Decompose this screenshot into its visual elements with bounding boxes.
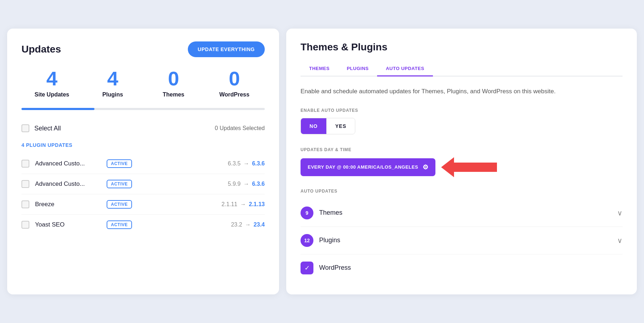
plugin-row: Yoast SEO ACTIVE 23.2 → 23.4	[21, 215, 265, 235]
update-everything-button[interactable]: UPDATE EVERYTHING	[188, 41, 265, 57]
enable-auto-updates-label: ENABLE AUTO UPDATES	[301, 108, 623, 113]
version-from-2: 2.1.11	[221, 201, 237, 208]
plugin-checkbox-1[interactable]	[21, 180, 29, 188]
version-info-3: 23.2 → 23.4	[231, 222, 265, 228]
stat-site-updates: 4 Site Updates	[21, 69, 82, 98]
toggle-no-button[interactable]: NO	[301, 118, 326, 134]
stat-wordpress: 0 WordPress	[204, 69, 265, 98]
themes-plugins-panel: Themes & Plugins THEMES PLUGINS AUTO UPD…	[286, 29, 637, 294]
progress-bar	[21, 108, 94, 110]
auto-update-plugins: 12 Plugins ∨	[301, 227, 623, 254]
themes-chevron-icon[interactable]: ∨	[617, 209, 623, 217]
plugin-checkbox-2[interactable]	[21, 200, 29, 208]
stat-plugins-number: 4	[82, 69, 143, 89]
stat-site-updates-number: 4	[21, 69, 82, 89]
version-to-1: 6.3.6	[252, 181, 265, 187]
version-arrow-1: →	[243, 181, 249, 187]
version-arrow-2: →	[240, 201, 246, 208]
updates-day-time-label: UPDATES DAY & TIME	[301, 147, 623, 152]
auto-updates-toggle[interactable]: NO YES	[301, 118, 355, 134]
version-info-2: 2.1.11 → 2.1.13	[221, 201, 265, 208]
right-panel-title: Themes & Plugins	[301, 41, 623, 53]
main-container: Updates UPDATE EVERYTHING 4 Site Updates…	[7, 29, 637, 294]
version-to-2: 2.1.13	[249, 201, 265, 208]
plugin-checkbox-0[interactable]	[21, 160, 29, 168]
wordpress-check-badge: ✓	[301, 262, 313, 274]
stat-site-updates-label: Site Updates	[21, 91, 82, 98]
stats-row: 4 Site Updates 4 Plugins 0 Themes 0 Word…	[21, 69, 265, 98]
arrow-head	[441, 157, 454, 177]
version-info-1: 5.9.9 → 6.3.6	[228, 181, 265, 187]
stat-themes: 0 Themes	[143, 69, 204, 98]
version-arrow-0: →	[243, 160, 249, 167]
plugin-row: Breeze ACTIVE 2.1.11 → 2.1.13	[21, 194, 265, 215]
version-from-3: 23.2	[231, 222, 242, 228]
stat-plugins: 4 Plugins	[82, 69, 143, 98]
active-badge-0: ACTIVE	[107, 159, 132, 168]
toggle-yes-button[interactable]: YES	[326, 118, 355, 134]
progress-bar-container	[21, 108, 265, 110]
plugin-checkbox-3[interactable]	[21, 221, 29, 229]
active-badge-3: ACTIVE	[107, 220, 132, 229]
plugin-updates-section-title: 4 PLUGIN UPDATES	[21, 142, 265, 148]
plugin-name-0: Advanced Custo...	[35, 160, 107, 167]
stat-themes-number: 0	[143, 69, 204, 89]
plugins-auto-update-name: Plugins	[319, 237, 611, 244]
tab-plugins[interactable]: PLUGINS	[338, 61, 377, 76]
tabs-row: THEMES PLUGINS AUTO UPDATES	[301, 61, 623, 76]
active-badge-2: ACTIVE	[107, 200, 132, 209]
red-arrow-indicator	[441, 157, 497, 177]
wordpress-auto-update-name: WordPress	[319, 264, 623, 272]
auto-update-themes: 9 Themes ∨	[301, 199, 623, 227]
plugins-count-badge: 12	[301, 234, 313, 247]
updates-panel: Updates UPDATE EVERYTHING 4 Site Updates…	[7, 29, 279, 294]
themes-count-badge: 9	[301, 207, 313, 219]
version-from-1: 5.9.9	[228, 181, 241, 187]
tab-auto-updates[interactable]: AUTO UPDATES	[377, 61, 433, 76]
stat-plugins-label: Plugins	[82, 91, 143, 98]
version-from-0: 6.3.5	[228, 160, 241, 167]
version-info-0: 6.3.5 → 6.3.6	[228, 160, 265, 167]
auto-updates-description: Enable and schedule automated updates fo…	[301, 86, 623, 96]
schedule-text: EVERY DAY @ 00:00 AMERICA/LOS_ANGELES	[308, 164, 418, 170]
themes-auto-update-name: Themes	[319, 209, 611, 217]
auto-update-wordpress: ✓ WordPress	[301, 254, 623, 282]
panel-header: Updates UPDATE EVERYTHING	[21, 41, 265, 57]
active-badge-1: ACTIVE	[107, 180, 132, 188]
tab-themes[interactable]: THEMES	[301, 61, 338, 76]
select-all-label: Select All	[34, 125, 61, 132]
gear-icon[interactable]: ⚙	[423, 163, 429, 171]
plugins-chevron-icon[interactable]: ∨	[617, 236, 623, 245]
panel-title: Updates	[21, 44, 61, 55]
stat-wordpress-label: WordPress	[204, 91, 265, 98]
plugin-row: Advanced Custo... ACTIVE 5.9.9 → 6.3.6	[21, 174, 265, 194]
stat-wordpress-number: 0	[204, 69, 265, 89]
plugin-name-3: Yoast SEO	[35, 221, 107, 228]
plugin-row: Advanced Custo... ACTIVE 6.3.5 → 6.3.6	[21, 154, 265, 174]
version-to-0: 6.3.6	[252, 160, 265, 167]
arrow-body	[454, 163, 497, 172]
version-to-3: 23.4	[254, 222, 265, 228]
schedule-badge[interactable]: EVERY DAY @ 00:00 AMERICA/LOS_ANGELES ⚙	[301, 158, 435, 176]
updates-selected-count: 0 Updates Selected	[215, 125, 265, 131]
stat-themes-label: Themes	[143, 91, 204, 98]
version-arrow-3: →	[245, 222, 251, 228]
plugin-name-1: Advanced Custo...	[35, 180, 107, 188]
select-all-row: Select All 0 Updates Selected	[21, 120, 265, 136]
auto-updates-section-label: AUTO UPDATES	[301, 189, 623, 194]
schedule-row: EVERY DAY @ 00:00 AMERICA/LOS_ANGELES ⚙	[301, 157, 623, 177]
select-all-checkbox[interactable]	[21, 124, 29, 132]
plugin-name-2: Breeze	[35, 201, 107, 208]
select-all-left: Select All	[21, 124, 61, 132]
